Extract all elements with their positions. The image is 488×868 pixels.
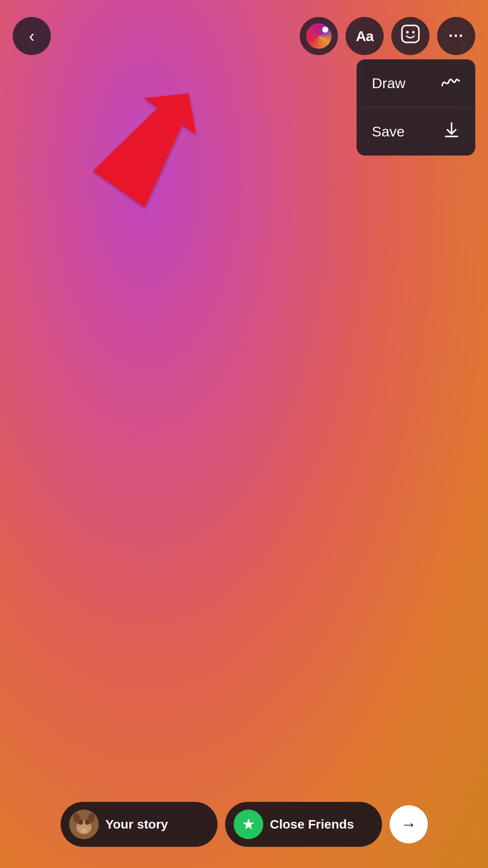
more-icon: ··· [449,27,464,45]
back-button[interactable]: ‹ [13,17,51,55]
text-button[interactable]: Aa [346,17,384,55]
draw-menu-item[interactable]: Draw [357,59,475,108]
sticker-button[interactable] [391,17,429,55]
your-story-button[interactable]: Your story [61,802,218,847]
svg-point-2 [412,31,415,33]
next-button[interactable]: → [390,805,428,843]
svg-point-1 [406,31,409,33]
your-story-label: Your story [106,817,168,832]
draw-label: Draw [372,75,405,92]
close-friends-label: Close Friends [270,817,354,832]
more-button[interactable]: ··· [437,17,475,55]
star-icon: ★ [242,815,255,833]
svg-point-8 [81,829,87,833]
toolbar-right-group: Aa ··· [300,17,475,55]
sticker-icon [401,24,420,48]
toolbar: ‹ Aa ··· [0,17,488,55]
bottom-bar: Your story ★ Close Friends → [0,802,488,847]
close-friends-button[interactable]: ★ Close Friends [225,802,382,847]
save-icon [443,121,460,142]
avatar-image [69,810,99,839]
text-icon: Aa [356,28,373,45]
back-icon: ‹ [29,27,34,46]
instagram-circle-button[interactable] [300,17,338,55]
save-label: Save [372,123,405,140]
ig-gradient-icon [306,23,332,49]
dropdown-menu: Draw Save [357,59,475,156]
next-arrow-icon: → [401,815,417,834]
draw-icon [441,73,460,94]
user-avatar [69,810,99,839]
close-friends-icon: ★ [234,810,263,839]
save-menu-item[interactable]: Save [357,108,475,156]
svg-rect-0 [402,25,419,42]
